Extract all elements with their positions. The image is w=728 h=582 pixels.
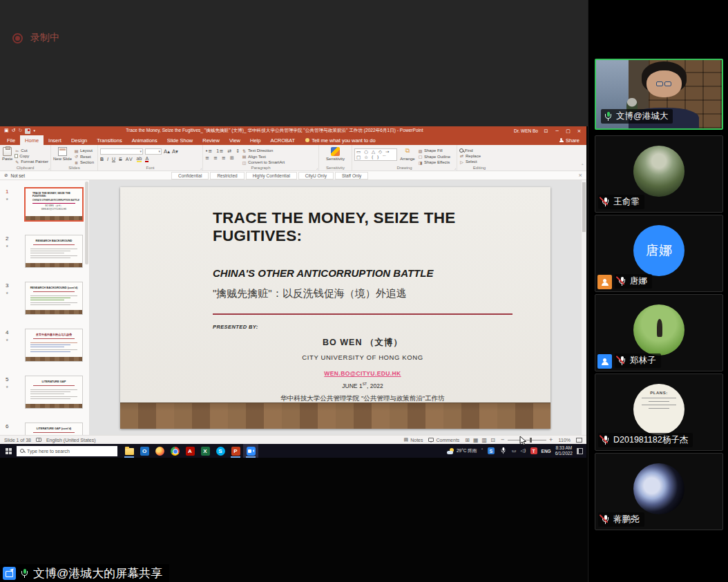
dialog-launcher-icon[interactable]: ⌟ xyxy=(316,166,318,170)
participant-tile[interactable]: 王俞霏 xyxy=(595,135,723,213)
tell-me-box[interactable]: Tell me what you want to do xyxy=(305,137,376,144)
slide-thumbnail-4[interactable]: 贪官外逃的基本特点与大趋势 xyxy=(25,329,83,362)
text-direction-button[interactable]: ⇅Text Direction xyxy=(242,148,285,153)
show-hidden-icons-chevron[interactable]: ˄ xyxy=(481,448,483,454)
shrink-font-icon[interactable]: A▾ xyxy=(172,148,178,155)
ime-icon[interactable]: S xyxy=(488,447,495,454)
taskbar-acrobat[interactable]: A xyxy=(182,444,198,458)
align-text-button[interactable]: ▤Align Text xyxy=(242,154,285,159)
dialog-launcher-icon[interactable]: ⌟ xyxy=(200,166,202,170)
align-right-icon[interactable]: ≡ xyxy=(222,155,226,161)
tab-slide-show[interactable]: Slide Show xyxy=(162,135,198,145)
shape-effects-button[interactable]: ◨Shape Effects xyxy=(418,160,450,165)
slide-thumbnail-6[interactable]: LITERATURE GAP (cont'd) xyxy=(25,423,83,435)
cut-button[interactable]: ✂Cut xyxy=(15,148,48,153)
undo-icon[interactable]: ↺ xyxy=(12,128,16,133)
tab-acrobat[interactable]: ACROBAT xyxy=(265,135,300,145)
sensitivity-option-cityu-only[interactable]: CityU Only xyxy=(298,172,334,180)
convert-smartart-button[interactable]: ◫Convert to SmartArt xyxy=(242,160,285,165)
participant-tile-video[interactable]: 文博@港城大 xyxy=(595,59,723,130)
taskbar-powerpoint[interactable]: P xyxy=(228,444,243,458)
tab-home[interactable]: Home xyxy=(20,135,44,145)
zoom-out-icon[interactable]: − xyxy=(501,437,505,443)
qat-customize-icon[interactable]: ▾ xyxy=(33,129,35,133)
font-color-icon[interactable]: A xyxy=(145,156,149,162)
zoom-in-icon[interactable]: + xyxy=(549,437,553,443)
save-icon[interactable]: ▣ xyxy=(4,128,9,133)
participant-tile[interactable]: 蒋鹏尧 xyxy=(595,453,723,530)
taskbar-search-box[interactable]: Type here to search xyxy=(17,446,117,456)
align-center-icon[interactable]: ≡ xyxy=(213,155,218,161)
zoom-slider-thumb[interactable] xyxy=(530,438,532,443)
sensitivity-option-staff-only[interactable]: Staff Only xyxy=(335,172,368,180)
select-button[interactable]: ▷Select xyxy=(459,159,481,164)
restore-button[interactable]: ▢ xyxy=(565,128,571,134)
sensitivity-option-restricted[interactable]: Restricted xyxy=(210,172,244,180)
numbering-icon[interactable]: 1≡ xyxy=(216,148,223,154)
tab-file[interactable]: File xyxy=(2,135,20,145)
shape-fill-button[interactable]: ▨Shape Fill xyxy=(418,148,450,153)
copy-button[interactable]: Copy xyxy=(15,154,48,158)
font-size-dropdown[interactable]: ▾ xyxy=(145,148,162,155)
canvas-scrollbar[interactable] xyxy=(581,180,586,435)
indent-icons[interactable]: ⇄ xyxy=(227,148,231,154)
current-slide[interactable]: TRACE THE MONEY, SEIZE THE FUGITIVES: CH… xyxy=(120,187,550,429)
participant-tile[interactable]: 唐娜 唐娜 xyxy=(595,215,723,292)
language-eng[interactable]: ENG xyxy=(542,449,551,454)
redo-icon[interactable]: ↻ xyxy=(19,128,23,133)
taskbar-excel[interactable]: X xyxy=(198,444,213,458)
record-addin-icon[interactable] xyxy=(25,128,30,134)
section-button[interactable]: ≣Section xyxy=(74,160,94,165)
shapes-gallery[interactable]: ▭ ○ △ ◇ → □ ☆ ( ) ⌒ xyxy=(354,148,397,161)
find-button[interactable]: Find xyxy=(459,148,481,153)
clock[interactable]: 8:33 AM 6/1/2022 xyxy=(555,445,573,456)
underline-icon[interactable]: U xyxy=(112,157,115,162)
participant-tile[interactable]: PLANS: D201981182杨子杰 xyxy=(595,374,723,451)
sensitivity-button[interactable]: Sensitivity xyxy=(326,146,345,164)
taskbar-firefox[interactable] xyxy=(152,444,167,458)
dialog-launcher-icon[interactable]: ⌟ xyxy=(454,166,456,170)
presenter-email-link[interactable]: WEN.BO@CITYU.EDU.HK xyxy=(324,370,401,377)
weather-widget[interactable]: 29°C 阵雨 xyxy=(447,448,477,454)
strikethrough-icon[interactable]: S xyxy=(119,157,122,162)
taskbar-skype[interactable]: S xyxy=(213,444,228,458)
close-sensitivity-bar-icon[interactable]: × xyxy=(578,173,582,178)
fit-to-window-icon[interactable] xyxy=(576,438,582,443)
sensitivity-option-confidential[interactable]: Confidential xyxy=(171,172,209,180)
highlight-icon[interactable]: ab xyxy=(137,156,142,162)
slideshow-view-icon[interactable]: ⊡ xyxy=(490,437,495,443)
language-indicator[interactable]: English (United States) xyxy=(46,438,96,443)
slide-thumbnail-5[interactable]: LITERATURE GAP xyxy=(25,376,83,409)
action-center-icon[interactable] xyxy=(577,448,583,454)
bullets-icon[interactable]: •≡ xyxy=(205,148,212,154)
grow-font-icon[interactable]: A▴ xyxy=(164,148,170,155)
align-left-icon[interactable]: ≡ xyxy=(205,155,209,161)
minimize-button[interactable]: ─ xyxy=(554,128,560,134)
participant-tile[interactable]: 郑林子 xyxy=(595,294,723,371)
shape-outline-button[interactable]: ▢Shape Outline xyxy=(418,154,450,159)
tab-insert[interactable]: Insert xyxy=(44,135,66,145)
normal-view-icon[interactable]: ⊞ xyxy=(465,437,470,443)
taskbar-file-explorer[interactable] xyxy=(122,444,137,458)
tab-transitions[interactable]: Transitions xyxy=(92,135,126,145)
line-spacing-icon[interactable]: ↕ xyxy=(236,148,240,154)
dialog-launcher-icon[interactable]: ⌟ xyxy=(48,166,50,170)
spellcheck-icon[interactable] xyxy=(36,438,41,442)
display-icon[interactable]: ▭ xyxy=(512,448,517,454)
slide-thumbnail-3[interactable]: RESEARCH BACKGROUND (cont'd) xyxy=(25,282,83,315)
tab-help[interactable]: Help xyxy=(245,135,265,145)
layout-button[interactable]: ▤Layout xyxy=(74,148,94,153)
signed-in-user[interactable]: Dr. WEN Bo xyxy=(514,128,538,133)
comments-button[interactable]: Comments xyxy=(428,438,459,443)
taskbar-outlook[interactable]: O xyxy=(137,444,152,458)
tray-mic-icon[interactable] xyxy=(500,447,506,454)
paste-button[interactable]: Paste xyxy=(2,146,12,164)
share-button[interactable]: Share xyxy=(559,137,579,144)
format-painter-button[interactable]: ✎Format Painter xyxy=(15,159,48,164)
columns-icon[interactable]: ⊞ xyxy=(230,155,234,161)
zoom-percentage[interactable]: 110% xyxy=(559,438,571,443)
slide-thumbnail-1[interactable]: TRACE THE MONEY, SEIZE THE FUGITIVES: CH… xyxy=(24,187,84,222)
arrange-button[interactable]: ⧉ Arrange xyxy=(399,146,416,164)
ribbon-display-options-icon[interactable]: ⊡ xyxy=(543,128,549,134)
reset-button[interactable]: ↺Reset xyxy=(74,154,94,159)
